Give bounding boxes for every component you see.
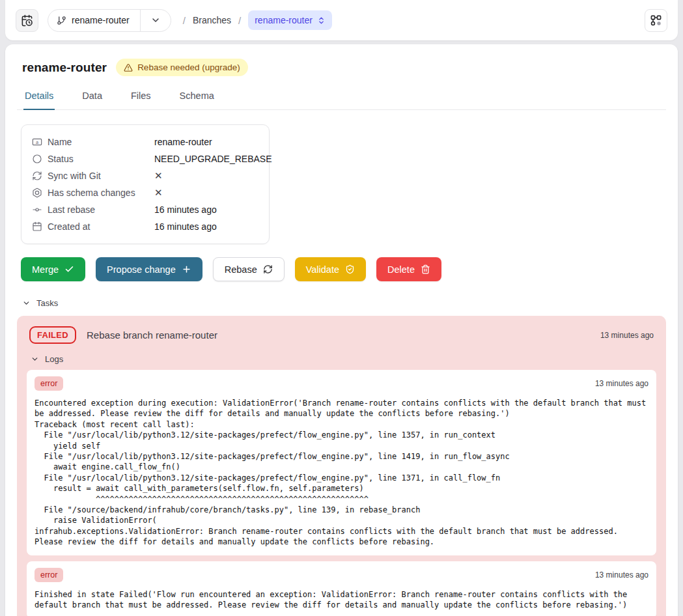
detail-label: Has schema changes bbox=[48, 188, 154, 198]
chevron-down-icon bbox=[31, 355, 39, 363]
rebase-button[interactable]: Rebase bbox=[213, 257, 285, 281]
log-entry: error 13 minutes ago Finished in state F… bbox=[27, 561, 656, 616]
detail-label: Name bbox=[48, 137, 154, 147]
detail-row-last-rebase: Last rebase 16 minutes ago bbox=[32, 201, 258, 218]
log-level-badge: error bbox=[35, 568, 63, 582]
breadcrumb-branches[interactable]: Branches bbox=[193, 15, 231, 25]
task-title: Rebase branch rename-router bbox=[87, 329, 217, 341]
detail-row-status: Status NEED_UPGRADE_REBASE bbox=[32, 150, 258, 167]
tab-details[interactable]: Details bbox=[23, 91, 55, 110]
detail-label: Created at bbox=[48, 221, 154, 232]
page-header: rename-router Rebase needed (upgrade) bbox=[17, 59, 666, 76]
warning-triangle-icon bbox=[124, 63, 133, 72]
log-entry: error 13 minutes ago Encountered excepti… bbox=[27, 370, 656, 555]
task-header[interactable]: FAILED Rebase branch rename-router 13 mi… bbox=[27, 325, 656, 344]
delete-label: Delete bbox=[387, 264, 415, 275]
log-entry-header: error 13 minutes ago bbox=[35, 376, 648, 391]
name-icon: a bbox=[32, 137, 48, 147]
propose-change-button[interactable]: Propose change bbox=[96, 257, 202, 281]
log-timestamp: 13 minutes ago bbox=[595, 570, 648, 580]
svg-text:a: a bbox=[36, 139, 39, 145]
chevron-down-icon bbox=[22, 299, 31, 307]
plus-icon bbox=[182, 264, 191, 274]
detail-value: rename-router bbox=[154, 137, 258, 147]
tab-files[interactable]: Files bbox=[130, 91, 152, 109]
refresh-icon bbox=[263, 264, 273, 274]
propose-change-label: Propose change bbox=[107, 264, 176, 275]
rebase-label: Rebase bbox=[225, 264, 257, 275]
tasks-section-toggle[interactable]: Tasks bbox=[22, 298, 666, 308]
status-icon bbox=[32, 154, 48, 164]
merge-button[interactable]: Merge bbox=[21, 257, 85, 281]
log-entry-header: error 13 minutes ago bbox=[35, 568, 648, 582]
branch-detail-panel: rename-router Rebase needed (upgrade) De… bbox=[5, 44, 678, 616]
detail-label: Status bbox=[48, 154, 154, 164]
detail-row-name: a Name rename-router bbox=[32, 133, 258, 150]
workflow-icon bbox=[650, 14, 662, 27]
detail-value: 16 minutes ago bbox=[154, 221, 258, 232]
git-commit-icon bbox=[32, 204, 48, 215]
branch-selector: rename-router bbox=[48, 9, 171, 32]
apps-menu-button[interactable] bbox=[645, 9, 667, 32]
detail-row-sync-with-git: Sync with Git ✕ bbox=[32, 167, 258, 184]
tasks-section-label: Tasks bbox=[36, 298, 58, 308]
calendar-clock-icon bbox=[21, 14, 33, 27]
task-status-badge: FAILED bbox=[29, 326, 76, 344]
calendar-icon bbox=[32, 221, 48, 232]
sync-icon bbox=[32, 171, 48, 181]
task-timestamp: 13 minutes ago bbox=[600, 331, 654, 340]
branch-actions: Merge Propose change Rebase bbox=[17, 257, 666, 281]
branch-dropdown-toggle[interactable] bbox=[141, 10, 171, 31]
tab-data[interactable]: Data bbox=[81, 91, 104, 109]
detail-value: 16 minutes ago bbox=[154, 204, 258, 215]
validate-label: Validate bbox=[306, 264, 339, 275]
detail-value-x: ✕ bbox=[154, 170, 258, 182]
breadcrumb-current-branch[interactable]: rename-router bbox=[248, 10, 332, 30]
time-travel-button[interactable] bbox=[16, 9, 38, 32]
detail-label: Last rebase bbox=[48, 204, 154, 215]
breadcrumb-separator: / bbox=[183, 15, 186, 26]
log-message: Finished in state Failed('Flow run encou… bbox=[35, 589, 648, 611]
log-message: Encountered exception during execution: … bbox=[35, 398, 648, 548]
log-timestamp: 13 minutes ago bbox=[595, 379, 648, 388]
detail-value: NEED_UPGRADE_REBASE bbox=[154, 154, 272, 164]
tab-bar: Details Data Files Schema bbox=[17, 91, 666, 110]
schema-box-icon bbox=[32, 188, 48, 198]
chevrons-up-down-icon bbox=[317, 16, 326, 25]
detail-row-has-schema-changes: Has schema changes ✕ bbox=[32, 184, 258, 201]
top-toolbar: rename-router / Branches / rename-router bbox=[5, 0, 678, 40]
validate-button[interactable]: Validate bbox=[295, 257, 366, 281]
tab-schema[interactable]: Schema bbox=[178, 91, 216, 109]
detail-label: Sync with Git bbox=[48, 171, 154, 181]
rebase-needed-badge: Rebase needed (upgrade) bbox=[116, 59, 248, 76]
detail-value-x: ✕ bbox=[154, 187, 258, 199]
check-icon bbox=[64, 264, 74, 274]
rebase-needed-label: Rebase needed (upgrade) bbox=[137, 63, 240, 72]
trash-icon bbox=[421, 264, 430, 274]
branch-selector-value[interactable]: rename-router bbox=[48, 15, 140, 25]
merge-label: Merge bbox=[32, 264, 59, 275]
branch-details-card: a Name rename-router Status NEED_UPGRADE… bbox=[21, 124, 270, 244]
log-level-badge: error bbox=[35, 376, 63, 391]
page-title: rename-router bbox=[22, 61, 107, 75]
breadcrumb-separator: / bbox=[238, 15, 241, 26]
shield-check-icon bbox=[345, 264, 355, 274]
branch-name: rename-router bbox=[72, 15, 130, 25]
failed-task-card: FAILED Rebase branch rename-router 13 mi… bbox=[17, 316, 666, 616]
breadcrumb: / Branches / rename-router bbox=[183, 10, 332, 30]
logs-section-toggle[interactable]: Logs bbox=[31, 354, 656, 364]
git-branch-icon bbox=[57, 16, 66, 25]
detail-row-created-at: Created at 16 minutes ago bbox=[32, 218, 258, 235]
chevron-down-icon bbox=[150, 15, 161, 25]
breadcrumb-current-label: rename-router bbox=[255, 15, 313, 25]
logs-section-label: Logs bbox=[45, 354, 63, 364]
delete-button[interactable]: Delete bbox=[376, 257, 441, 281]
